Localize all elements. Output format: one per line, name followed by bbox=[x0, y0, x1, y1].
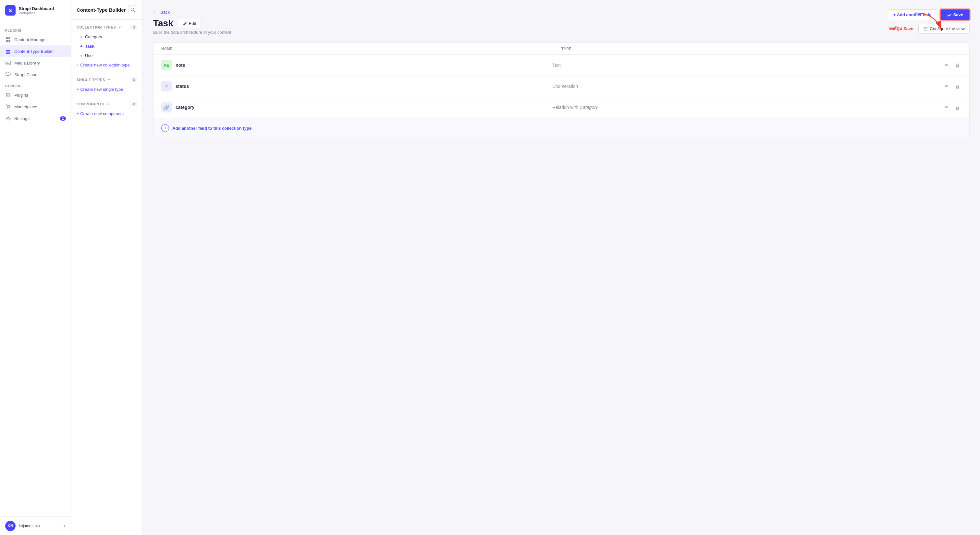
ctb-panel-title: Content-Type Builder bbox=[76, 7, 126, 13]
field-delete-note-button[interactable]: 🗑 bbox=[954, 61, 961, 69]
field-edit-note-button[interactable]: ✏ bbox=[943, 61, 950, 69]
single-types-header: SINGLE TYPES 0 bbox=[72, 75, 142, 85]
fields-table-header: NAME TYPE bbox=[153, 43, 969, 55]
page-title-row: Task Edit bbox=[153, 18, 970, 29]
collection-types-label: COLLECTION TYPES bbox=[76, 25, 122, 29]
svg-point-11 bbox=[9, 108, 10, 109]
top-actions: + Add another field Save กดที่ปุ่ม Save … bbox=[888, 9, 970, 34]
svg-rect-14 bbox=[924, 27, 928, 28]
sidebar-collapse-button[interactable]: < bbox=[63, 523, 66, 529]
ctb-collection-category[interactable]: Category bbox=[72, 32, 142, 41]
sidebar-item-settings[interactable]: Settings 1 bbox=[0, 113, 71, 124]
annotation-text: กดที่ปุ่ม Save bbox=[888, 25, 913, 32]
main-content: ← Back Task Edit Build the data architec… bbox=[143, 0, 980, 535]
single-types-label: SINGLE TYPES bbox=[76, 78, 111, 82]
sidebar-item-marketplace[interactable]: Marketplace bbox=[0, 101, 71, 113]
layers-icon bbox=[5, 48, 11, 54]
sidebar-item-content-manager-label: Content Manager bbox=[14, 37, 47, 42]
field-actions-category: ✏ 🗑 bbox=[943, 103, 961, 111]
col-header-name: NAME bbox=[161, 47, 562, 51]
plugins-section-label: PLUGINS bbox=[0, 25, 71, 34]
grid-icon bbox=[5, 37, 11, 43]
sidebar-item-strapi-cloud[interactable]: Strapi Cloud bbox=[0, 69, 71, 80]
configure-view-button[interactable]: Configure the view bbox=[918, 24, 970, 34]
field-name-cell-category: 🔗 category bbox=[161, 102, 552, 113]
top-actions-row: + Add another field Save bbox=[888, 9, 970, 21]
edit-button[interactable]: Edit bbox=[178, 19, 201, 28]
field-icon-note: Ab bbox=[161, 60, 172, 70]
brand-sub: Workplace bbox=[19, 11, 54, 15]
field-edit-category-button[interactable]: ✏ bbox=[943, 103, 950, 111]
components-header: COMPONENTS 0 bbox=[72, 99, 142, 109]
field-name-note: note bbox=[175, 63, 185, 68]
field-edit-status-button[interactable]: ✏ bbox=[943, 82, 950, 90]
puzzle-icon bbox=[5, 92, 11, 98]
collection-types-header: COLLECTION TYPES 3 bbox=[72, 22, 142, 32]
sidebar-username: kajame naja bbox=[19, 524, 60, 528]
save-button-label: Save bbox=[953, 12, 963, 17]
add-field-to-collection-row[interactable]: + Add another field to this collection t… bbox=[153, 118, 969, 138]
ctb-collection-category-label: Category bbox=[85, 34, 102, 39]
svg-rect-6 bbox=[6, 53, 10, 54]
brand-name: Strapi Dashboard bbox=[19, 6, 54, 11]
components-label: COMPONENTS bbox=[76, 102, 110, 106]
svg-rect-2 bbox=[6, 40, 8, 42]
field-name-cell-note: Ab note bbox=[161, 60, 552, 70]
fields-card: NAME TYPE Ab note Text ✏ 🗑 bbox=[153, 43, 970, 138]
back-arrow-icon: ← bbox=[153, 9, 158, 15]
general-section-label: GENERAL bbox=[0, 80, 71, 89]
single-types-count: 0 bbox=[131, 78, 137, 82]
sidebar-footer: KN kajame naja < bbox=[0, 516, 71, 535]
sidebar-item-media-library[interactable]: Media Library bbox=[0, 57, 71, 69]
create-collection-type-label: + Create new collection type bbox=[76, 63, 130, 67]
add-field-row-label: Add another field to this collection typ… bbox=[172, 126, 251, 131]
field-delete-category-button[interactable]: 🗑 bbox=[954, 103, 961, 111]
page-subtitle: Build the data architecture of your cont… bbox=[153, 30, 970, 35]
add-another-field-button[interactable]: + Add another field bbox=[888, 10, 937, 20]
ctb-search-button[interactable] bbox=[128, 5, 137, 14]
ctb-collection-user[interactable]: User bbox=[72, 51, 142, 60]
field-name-cell-status: ≡ status bbox=[161, 81, 552, 91]
ctb-collection-task[interactable]: Task bbox=[72, 41, 142, 51]
settings-badge: 1 bbox=[60, 116, 66, 121]
create-component-link[interactable]: + Create new component bbox=[72, 109, 142, 118]
back-link[interactable]: ← Back bbox=[153, 9, 970, 15]
sidebar-item-plugins-label: Plugins bbox=[14, 93, 28, 98]
field-actions-status: ✏ 🗑 bbox=[943, 82, 961, 90]
svg-rect-3 bbox=[8, 40, 10, 42]
sidebar-item-settings-label: Settings bbox=[14, 116, 30, 121]
page-title: Task bbox=[153, 18, 173, 29]
add-another-field-label: + Add another field bbox=[893, 12, 932, 17]
page-header: ← Back Task Edit Build the data architec… bbox=[153, 9, 970, 35]
cloud-icon bbox=[5, 71, 11, 78]
save-button[interactable]: Save bbox=[940, 9, 970, 21]
create-component-label: + Create new component bbox=[76, 111, 124, 116]
table-row: Ab note Text ✏ 🗑 bbox=[153, 55, 969, 76]
svg-point-8 bbox=[7, 62, 8, 63]
main-content-area: ← Back Task Edit Build the data architec… bbox=[143, 0, 980, 535]
create-single-type-link[interactable]: + Create new single type bbox=[72, 85, 142, 94]
create-collection-type-link[interactable]: + Create new collection type bbox=[72, 60, 142, 70]
svg-rect-16 bbox=[924, 30, 928, 30]
nav-dot-task bbox=[81, 45, 83, 47]
nav-dot-user bbox=[81, 55, 83, 57]
field-icon-status: ≡ bbox=[161, 81, 172, 91]
sidebar-item-ctb-label: Content-Type Builder bbox=[14, 49, 54, 54]
single-types-section: SINGLE TYPES 0 + Create new single type bbox=[72, 72, 142, 97]
sidebar-item-plugins[interactable]: Plugins bbox=[0, 89, 71, 101]
back-label: Back bbox=[160, 10, 170, 14]
svg-rect-0 bbox=[6, 37, 8, 39]
ctb-collection-user-label: User bbox=[85, 53, 94, 58]
field-delete-status-button[interactable]: 🗑 bbox=[954, 83, 961, 90]
svg-rect-9 bbox=[7, 75, 10, 76]
sidebar-item-content-type-builder[interactable]: Content-Type Builder bbox=[0, 45, 71, 57]
ctb-panel-header: Content-Type Builder bbox=[72, 0, 142, 20]
sidebar-logo-icon: S bbox=[5, 5, 16, 16]
cart-icon bbox=[5, 104, 11, 110]
sidebar-item-content-manager[interactable]: Content Manager bbox=[0, 34, 71, 45]
main-wrapper: ← Back Task Edit Build the data architec… bbox=[143, 0, 980, 535]
ctb-collection-task-label: Task bbox=[85, 44, 94, 49]
user-avatar: KN bbox=[5, 521, 16, 531]
gear-icon bbox=[5, 116, 11, 121]
field-icon-category: 🔗 bbox=[161, 102, 172, 113]
